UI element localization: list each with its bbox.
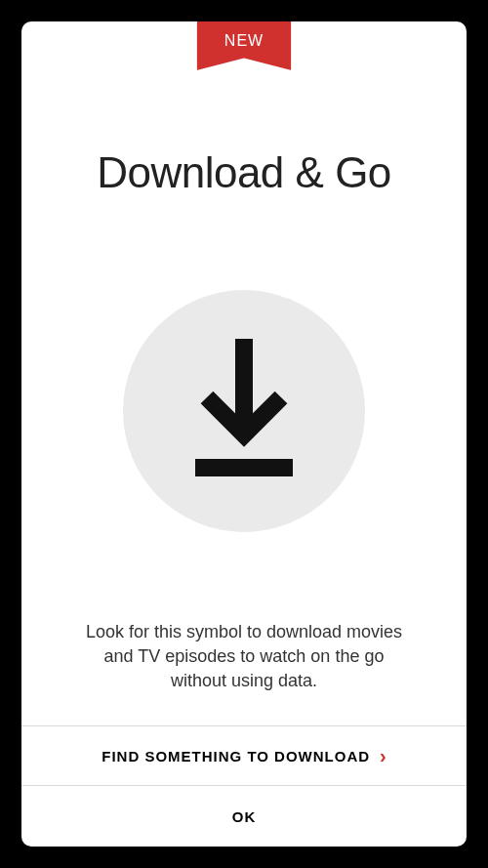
find-download-button[interactable]: FIND SOMETHING TO DOWNLOAD ›	[21, 725, 467, 786]
modal-description: Look for this symbol to download movies …	[78, 620, 410, 694]
chevron-right-icon: ›	[380, 746, 386, 765]
modal-actions: FIND SOMETHING TO DOWNLOAD › OK	[21, 725, 467, 847]
ok-label: OK	[232, 808, 257, 825]
icon-circle	[123, 290, 365, 532]
ribbon-label: NEW	[224, 32, 264, 50]
download-icon	[176, 331, 312, 491]
ok-button[interactable]: OK	[21, 786, 467, 847]
modal-title: Download & Go	[97, 148, 391, 197]
modal-content: Download & Go Look for this symbol to do…	[21, 21, 467, 725]
info-modal: NEW Download & Go Look for this symbol t…	[21, 21, 467, 847]
find-download-label: FIND SOMETHING TO DOWNLOAD	[102, 748, 370, 765]
